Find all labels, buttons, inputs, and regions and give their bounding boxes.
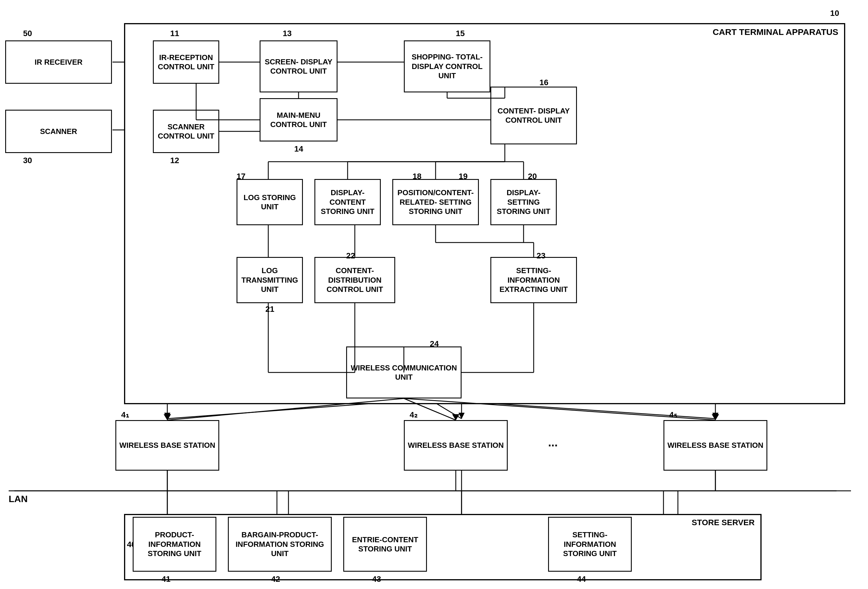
setting-info-extracting-label: SETTING- INFORMATION EXTRACTING UNIT [493, 266, 574, 294]
ref-15: 15 [456, 29, 465, 38]
scanner-control-box: SCANNER CONTROL UNIT [153, 110, 219, 153]
content-display-box: CONTENT- DISPLAY CONTROL UNIT [490, 87, 577, 144]
entrie-content-label: ENTRIE-CONTENT STORING UNIT [347, 535, 424, 554]
ref-19: 19 [459, 172, 468, 181]
ref-43: 43 [372, 574, 381, 584]
ref-22: 22 [346, 251, 355, 260]
ref-50: 50 [23, 29, 32, 38]
wireless-comm-label: WIRELESS COMMUNICATION UNIT [349, 363, 458, 382]
ref-11: 11 [170, 29, 179, 38]
ref-44: 44 [577, 574, 586, 584]
entrie-content-box: ENTRIE-CONTENT STORING UNIT [343, 517, 427, 572]
main-menu-box: MAIN-MENU CONTROL UNIT [260, 98, 338, 142]
main-menu-label: MAIN-MENU CONTROL UNIT [263, 111, 334, 129]
shopping-total-box: SHOPPING- TOTAL- DISPLAY CONTROL UNIT [404, 40, 490, 92]
display-content-storing-box: DISPLAY- CONTENT STORING UNIT [314, 179, 381, 225]
store-server-box: STORE SERVER [124, 514, 762, 580]
display-content-storing-label: DISPLAY- CONTENT STORING UNIT [317, 188, 378, 216]
ref-24: 24 [430, 339, 439, 348]
svg-marker-43 [712, 414, 719, 420]
svg-marker-37 [713, 413, 718, 419]
ref-18: 18 [412, 172, 421, 181]
ellipsis: ... [548, 436, 558, 449]
ref-20: 20 [528, 172, 537, 181]
position-content-label: POSITION/CONTENT- RELATED- SETTING STORI… [396, 188, 476, 216]
screen-display-box: SCREEN- DISPLAY CONTROL UNIT [260, 40, 338, 92]
ref-4-1: 4₁ [121, 410, 129, 420]
log-storing-label: LOG STORING UNIT [240, 193, 300, 212]
ref-16: 16 [539, 78, 548, 87]
diagram: 10 CART TERMINAL APPARATUS STORE SERVER … [0, 0, 868, 589]
bargain-product-label: BARGAIN-PRODUCT- INFORMATION STORING UNI… [231, 530, 329, 558]
ref-42: 42 [271, 574, 280, 584]
wireless-base-1-label: WIRELESS BASE STATION [120, 441, 216, 450]
log-transmitting-box: LOG TRANSMITTING UNIT [236, 257, 303, 303]
setting-info-storing-box: SETTING- INFORMATION STORING UNIT [548, 517, 632, 572]
ir-reception-box: IR-RECEPTION CONTROL UNIT [153, 40, 219, 84]
setting-info-storing-label: SETTING- INFORMATION STORING UNIT [551, 530, 629, 558]
display-setting-storing-box: DISPLAY- SETTING STORING UNIT [490, 179, 557, 225]
ir-receiver-box: IR RECEIVER [5, 40, 112, 84]
ref-41: 41 [162, 574, 170, 584]
wireless-base-1-box: WIRELESS BASE STATION [115, 420, 219, 471]
lan-label: LAN [9, 494, 28, 505]
wireless-base-2-label: WIRELESS BASE STATION [408, 441, 504, 450]
shopping-total-label: SHOPPING- TOTAL- DISPLAY CONTROL UNIT [407, 52, 487, 81]
content-distribution-label: CONTENT- DISTRIBUTION CONTROL UNIT [317, 266, 392, 294]
product-info-label: PRODUCT- INFORMATION STORING UNIT [136, 530, 213, 558]
ref-4-2: 4₂ [410, 410, 418, 420]
setting-info-extracting-box: SETTING- INFORMATION EXTRACTING UNIT [490, 257, 577, 303]
ref-23: 23 [537, 251, 546, 260]
svg-marker-41 [164, 414, 171, 420]
ir-reception-label: IR-RECEPTION CONTROL UNIT [156, 53, 216, 72]
scanner-label: SCANNER [40, 127, 77, 136]
ref-10: 10 [830, 9, 839, 18]
content-distribution-box: CONTENT- DISTRIBUTION CONTROL UNIT [314, 257, 395, 303]
ref-30: 30 [23, 156, 32, 165]
log-transmitting-label: LOG TRANSMITTING UNIT [240, 266, 300, 294]
bargain-product-box: BARGAIN-PRODUCT- INFORMATION STORING UNI… [228, 517, 332, 572]
store-server-label: STORE SERVER [692, 518, 754, 527]
ref-17: 17 [236, 172, 245, 181]
display-setting-storing-label: DISPLAY- SETTING STORING UNIT [493, 188, 554, 216]
ref-12: 12 [170, 156, 179, 165]
wireless-base-5-box: WIRELESS BASE STATION [663, 420, 767, 471]
ir-receiver-label: IR RECEIVER [35, 58, 83, 67]
ref-21: 21 [266, 305, 275, 314]
wireless-comm-box: WIRELESS COMMUNICATION UNIT [346, 346, 462, 398]
wireless-base-5-label: WIRELESS BASE STATION [667, 441, 763, 450]
scanner-control-label: SCANNER CONTROL UNIT [156, 122, 216, 141]
ref-13: 13 [283, 29, 292, 38]
scanner-box: SCANNER [5, 110, 112, 153]
ref-4-5: 4₅ [669, 410, 677, 420]
svg-marker-42 [452, 414, 459, 420]
svg-marker-36 [459, 413, 464, 419]
log-storing-box: LOG STORING UNIT [236, 179, 303, 225]
product-info-box: PRODUCT- INFORMATION STORING UNIT [133, 517, 216, 572]
cart-terminal-label: CART TERMINAL APPARATUS [713, 27, 838, 37]
svg-marker-35 [164, 413, 170, 419]
position-content-box: POSITION/CONTENT- RELATED- SETTING STORI… [392, 179, 479, 225]
ref-14: 14 [294, 144, 303, 154]
content-display-label: CONTENT- DISPLAY CONTROL UNIT [493, 106, 574, 125]
screen-display-label: SCREEN- DISPLAY CONTROL UNIT [263, 57, 334, 76]
wireless-base-2-box: WIRELESS BASE STATION [404, 420, 508, 471]
